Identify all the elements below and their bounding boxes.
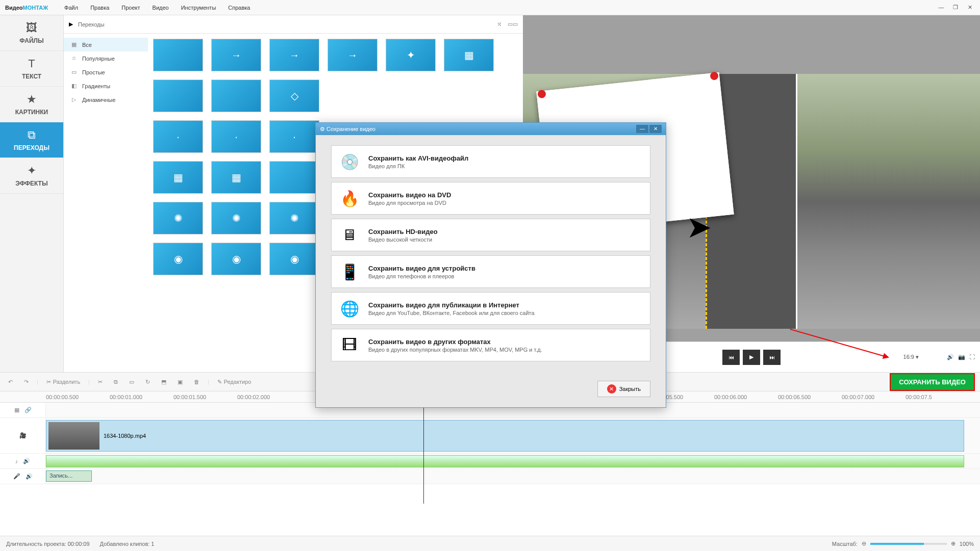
save-option-avi[interactable]: 💿Сохранить как AVI-видеофайлВидео для ПК [331,145,650,178]
cat-dynamic[interactable]: ▷Динамичные [64,93,148,107]
tab-files[interactable]: 🖼ФАЙЛЫ [0,15,63,51]
phone-icon: 📱 [339,261,360,282]
save-option-devices[interactable]: 📱Сохранить видео для устройствВидео для … [331,255,650,288]
monitor-icon: 🖥 [339,224,360,246]
next-button[interactable]: ⏭ [763,350,781,365]
record-clip[interactable]: Запись... [46,470,92,482]
menu-help[interactable]: Справка [222,5,256,11]
music-icon: ♪ [15,458,18,464]
aspect-selector[interactable]: 16:9 ▾ [903,354,919,360]
save-option-dvd[interactable]: 🔥Сохранить видео на DVDВидео для просмот… [331,182,650,215]
transition-thumb[interactable]: ✺ [269,202,319,234]
disc-icon: 💿 [339,151,360,172]
save-option-other[interactable]: 🎞Сохранить видео в других форматахВидео … [331,329,650,361]
save-video-button[interactable]: СОХРАНИТЬ ВИДЕО [890,373,975,391]
cat-gradients[interactable]: ◧Градиенты [64,79,148,93]
cat-all[interactable]: ▦Все [64,38,148,51]
speaker-icon[interactable]: 🔊 [26,473,33,480]
expand-icon[interactable]: ▦ [14,407,19,413]
redo-button[interactable]: ↷ [21,377,32,387]
transition-thumb[interactable]: ▦ [153,161,203,194]
crop-button[interactable]: ⬒ [158,377,169,387]
undo-button[interactable]: ↶ [5,377,16,387]
apply-all-icon[interactable]: ▭▭ [508,21,518,28]
split-button[interactable]: ✂ Разделить [43,377,83,387]
play-button[interactable]: ▶ [743,350,760,365]
video-track[interactable]: 🎥 1634-1080p.mp4 [0,418,980,454]
transition-thumb[interactable] [153,80,203,112]
tab-text[interactable]: TТЕКСТ [0,51,63,87]
audio-clip[interactable] [46,455,964,467]
audio-track[interactable]: ♪🔊 [0,454,980,469]
close-round-icon: ✕ [607,384,616,393]
transition-thumb[interactable]: ▦ [444,39,494,71]
transition-thumb[interactable] [211,80,261,112]
save-option-hd[interactable]: 🖥Сохранить HD-видеоВидео высокой четкост… [331,219,650,251]
transition-thumb[interactable]: → [211,39,261,71]
tab-pictures[interactable]: ★КАРТИНКИ [0,87,63,122]
menu-file[interactable]: Файл [58,5,84,11]
cat-popular[interactable]: ☆Популярные [64,51,148,65]
menu-edit[interactable]: Правка [84,5,115,11]
shuffle-icon[interactable]: ⤭ [497,21,501,28]
menubar: ВидеоМОНТАЖ Файл Правка Проект Видео Инс… [0,0,980,15]
transition-thumb[interactable]: ✺ [211,202,261,234]
image-icon: 🖼 [26,21,37,35]
transition-thumb[interactable]: · [211,120,261,153]
tab-transitions[interactable]: ⧉ПЕРЕХОДЫ [0,122,63,158]
transition-thumb[interactable]: · [269,120,319,153]
zoom-slider[interactable] [870,543,947,545]
dialog-close-action-button[interactable]: ✕Закрыть [597,381,650,397]
menu-project[interactable]: Проект [115,5,146,11]
star-outline-icon: ☆ [70,55,78,62]
dialog-titlebar[interactable]: ⚙ Сохранение видео —✕ [316,123,666,135]
transition-thumb[interactable]: ◉ [269,243,319,275]
browser-title: Переходы [78,21,105,28]
transition-thumb[interactable]: ▦ [211,161,261,194]
cat-simple[interactable]: ▭Простые [64,65,148,79]
video-clip[interactable]: 1634-1080p.mp4 [46,420,964,452]
link-icon[interactable]: 🔗 [24,407,32,413]
transition-thumb[interactable]: ◇ [269,80,319,112]
paste-button[interactable]: ▭ [126,377,137,387]
zoom-in-button[interactable]: ⊕ [951,540,956,547]
tab-effects[interactable]: ✦ЭФФЕКТЫ [0,158,63,194]
transition-thumb[interactable] [269,161,319,194]
mic-track[interactable]: 🎤🔊 Запись... [0,469,980,484]
transition-thumb[interactable]: → [269,39,319,71]
rotate-button[interactable]: ↻ [142,377,153,387]
maximize-icon[interactable]: ❐ [950,4,961,11]
transition-thumb[interactable]: ◉ [211,243,261,275]
play-outline-icon: ▷ [70,96,78,103]
copy-button[interactable]: ⧉ [111,377,121,387]
cut-button[interactable]: ✂ [95,377,106,387]
text-icon: T [28,57,35,70]
transition-thumb[interactable]: → [328,39,378,71]
playhead[interactable] [423,402,424,504]
transition-thumb[interactable] [153,39,203,71]
snapshot-icon[interactable]: 📷 [958,354,965,360]
mic-icon: 🎤 [13,473,20,480]
minimize-icon[interactable]: — [936,4,946,11]
save-option-internet[interactable]: 🌐Сохранить видео для публикации в Интерн… [331,292,650,325]
close-icon[interactable]: ✕ [965,4,975,11]
volume-icon[interactable]: 🔊 [947,354,954,360]
menu-tools[interactable]: Инструменты [175,5,222,11]
adjust-button[interactable]: ▣ [174,377,186,387]
sidebar: 🖼ФАЙЛЫ TТЕКСТ ★КАРТИНКИ ⧉ПЕРЕХОДЫ ✦ЭФФЕК… [0,15,64,372]
speaker-icon[interactable]: 🔊 [23,458,30,464]
fullscreen-icon[interactable]: ⛶ [969,354,975,360]
transition-thumb[interactable]: ✦ [386,39,436,71]
dialog-minimize-button[interactable]: — [636,125,648,133]
prev-button[interactable]: ⏮ [722,350,740,365]
dialog-close-button[interactable]: ✕ [649,125,662,133]
zoom-out-button[interactable]: ⊖ [862,540,866,547]
play-icon[interactable]: ▶ [69,21,73,28]
edit-button[interactable]: ✎ Редактиро [214,377,255,387]
grid-icon: ▦ [70,41,78,48]
transition-thumb[interactable]: ◉ [153,243,203,275]
menu-video[interactable]: Видео [146,5,175,11]
transition-thumb[interactable]: · [153,120,203,153]
delete-button[interactable]: 🗑 [191,377,203,387]
transition-thumb[interactable]: ✺ [153,202,203,234]
